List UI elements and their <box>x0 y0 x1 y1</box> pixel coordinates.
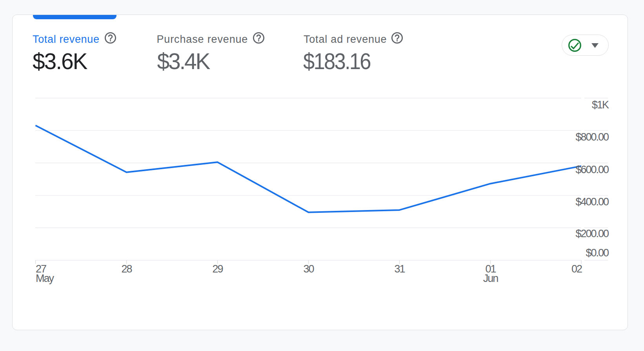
svg-text:02: 02 <box>571 263 582 275</box>
svg-text:May: May <box>36 272 55 284</box>
svg-text:$0.00: $0.00 <box>586 247 609 259</box>
svg-text:31: 31 <box>394 263 405 275</box>
svg-text:$400.00: $400.00 <box>575 196 609 208</box>
svg-text:30: 30 <box>303 263 314 275</box>
svg-text:28: 28 <box>121 263 132 275</box>
svg-text:$200.00: $200.00 <box>575 228 609 239</box>
svg-text:29: 29 <box>212 263 223 275</box>
svg-text:$1K: $1K <box>592 99 609 111</box>
svg-text:$800.00: $800.00 <box>575 131 609 143</box>
svg-text:Jun: Jun <box>483 272 498 284</box>
svg-text:$600.00: $600.00 <box>575 164 609 176</box>
